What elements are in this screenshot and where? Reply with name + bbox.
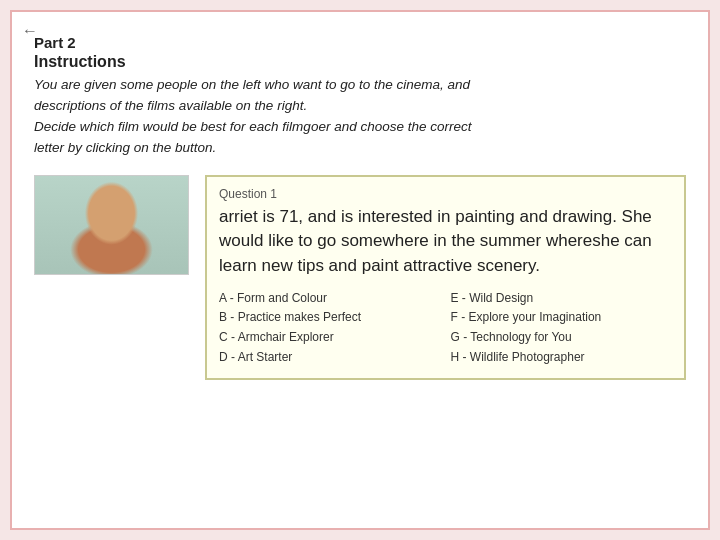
instructions-line-3: Decide which film would be best for each…	[34, 119, 471, 134]
option-c[interactable]: C - Armchair Explorer	[219, 328, 441, 348]
person-photo	[34, 175, 189, 275]
option-a[interactable]: A - Form and Colour	[219, 289, 441, 309]
option-b[interactable]: B - Practice makes Perfect	[219, 308, 441, 328]
option-h[interactable]: H - Wildlife Photographer	[451, 348, 673, 368]
question-text: arriet is 71, and is interested in paint…	[219, 205, 672, 279]
back-arrow-icon[interactable]: ←	[22, 22, 38, 40]
instructions-line-2: descriptions of the films available on t…	[34, 98, 307, 113]
main-container: ← Part 2 Instructions You are given some…	[10, 10, 710, 530]
option-d[interactable]: D - Art Starter	[219, 348, 441, 368]
instructions-line-1: You are given some people on the left wh…	[34, 77, 470, 92]
question-box: Question 1 arriet is 71, and is interest…	[205, 175, 686, 380]
instructions-line-4: letter by clicking on the button.	[34, 140, 216, 155]
question-number: Question 1	[219, 187, 672, 201]
person-photo-image	[35, 176, 188, 274]
options-list: A - Form and Colour B - Practice makes P…	[219, 289, 672, 368]
option-g[interactable]: G - Technology for You	[451, 328, 673, 348]
part-label: Part 2	[34, 34, 686, 51]
option-e[interactable]: E - Wild Design	[451, 289, 673, 309]
instructions-text: You are given some people on the left wh…	[34, 75, 686, 159]
instructions-title: Instructions	[34, 53, 686, 71]
question-area: Question 1 arriet is 71, and is interest…	[34, 175, 686, 380]
option-f[interactable]: F - Explore your Imagination	[451, 308, 673, 328]
